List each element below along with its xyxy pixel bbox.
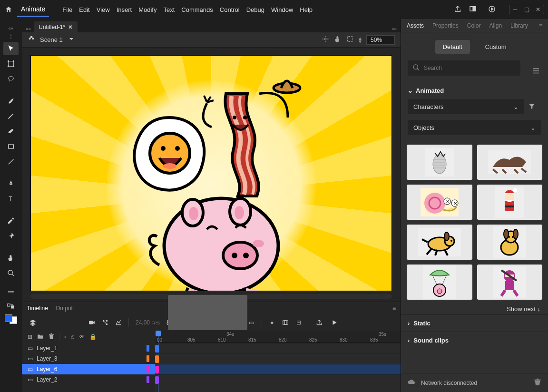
panel-tab-library[interactable]: Library <box>510 22 528 29</box>
layers-menu-icon[interactable] <box>28 317 38 328</box>
close-button[interactable]: ✕ <box>532 5 544 14</box>
assets-search[interactable] <box>408 60 520 76</box>
section-animated[interactable]: ⌄ Animated <box>408 85 541 96</box>
edit-multiple-frames-icon[interactable]: ⊟ <box>294 317 304 328</box>
dropdown-objects[interactable]: Objects ⌄ <box>408 120 541 135</box>
panel-tab-align[interactable]: Align <box>489 22 502 29</box>
delete-asset-icon[interactable] <box>534 378 541 387</box>
menu-debug[interactable]: Debug <box>246 6 264 13</box>
scene-icon[interactable] <box>28 35 35 44</box>
assets-mode-custom[interactable]: Custom <box>478 40 514 54</box>
timeline-ruler[interactable]: 34s 35s 00 805 810 815 820 825 830 835 8… <box>155 331 401 343</box>
tab-output[interactable]: Output <box>56 305 73 312</box>
scene-name[interactable]: Scene 1 <box>40 36 63 43</box>
asset-thumb-dog-sit[interactable] <box>477 225 543 260</box>
track-row[interactable] <box>155 364 401 374</box>
export-icon[interactable] <box>314 317 324 328</box>
layer-name[interactable]: Layer_3 <box>37 355 57 362</box>
menu-commands[interactable]: Commands <box>181 6 213 13</box>
home-icon[interactable] <box>4 5 13 14</box>
tween-icon[interactable]: ● <box>267 317 277 328</box>
menu-help[interactable]: Help <box>300 6 313 13</box>
track-row[interactable] <box>155 353 401 364</box>
menu-edit[interactable]: Edit <box>79 6 89 13</box>
menu-text[interactable]: Text <box>163 6 175 13</box>
new-layer-icon[interactable]: ⊞ <box>28 333 32 340</box>
more-tools-icon[interactable]: ••• <box>3 285 19 299</box>
assets-mode-default[interactable]: Default <box>435 40 470 54</box>
filter-icon[interactable] <box>528 102 536 111</box>
play-preview-icon[interactable] <box>488 5 496 14</box>
track-row[interactable] <box>155 374 401 385</box>
camera-icon[interactable] <box>87 317 97 328</box>
fill-color-swatch[interactable] <box>5 314 12 322</box>
onion-skin-icon[interactable] <box>280 317 291 328</box>
layer-name[interactable]: Layer_6 <box>37 366 57 372</box>
remove-frame-icon[interactable]: ▭ <box>246 317 257 328</box>
rectangle-tool[interactable] <box>3 140 19 153</box>
asset-thumb-santa[interactable] <box>477 185 543 220</box>
timeline-menu-icon[interactable]: ≡ <box>392 305 396 312</box>
document-tab[interactable]: Untitled-1* ✕ <box>34 21 78 32</box>
maximize-button[interactable]: ▢ <box>521 5 532 14</box>
minimize-button[interactable]: ─ <box>509 5 521 14</box>
play-icon[interactable] <box>329 317 340 328</box>
swap-colors-icon[interactable] <box>7 304 15 311</box>
brush-tool[interactable] <box>3 94 19 108</box>
pin-tool[interactable] <box>3 229 19 243</box>
layer-parenting-icon[interactable] <box>100 317 110 328</box>
menu-window[interactable]: Window <box>271 6 293 13</box>
eyedropper-tool[interactable] <box>3 214 19 227</box>
hand-tool[interactable] <box>3 251 19 265</box>
menu-modify[interactable]: Modify <box>138 6 157 13</box>
panel-menu-icon[interactable]: ≡ <box>539 22 542 29</box>
layer-name[interactable]: Layer_2 <box>37 376 57 383</box>
layer-name[interactable]: Layer_1 <box>37 345 57 352</box>
stage-canvas[interactable] <box>30 55 392 291</box>
layer-row[interactable]: ▭ Layer_1 <box>22 343 155 353</box>
stage-horizontal-scrollbar[interactable] <box>30 294 392 299</box>
doc-tabs-expand-right-icon[interactable]: »» <box>391 26 397 31</box>
assets-search-input[interactable] <box>424 65 516 71</box>
pen-tool[interactable] <box>3 177 19 190</box>
graph-icon[interactable] <box>113 317 124 328</box>
panel-tab-assets[interactable]: Assets <box>407 22 424 29</box>
stage-clip-icon[interactable] <box>346 35 354 44</box>
zoom-tool[interactable] <box>3 266 19 280</box>
pencil-tool[interactable] <box>3 109 19 123</box>
track-row[interactable] <box>155 343 401 353</box>
list-view-icon[interactable] <box>530 65 542 77</box>
show-next-button[interactable]: Show next ↓ <box>401 303 548 314</box>
new-folder-icon[interactable] <box>37 333 44 341</box>
close-tab-icon[interactable]: ✕ <box>68 24 73 30</box>
delete-layer-icon[interactable] <box>49 333 54 341</box>
tab-timeline[interactable]: Timeline <box>27 305 48 312</box>
fps-value[interactable]: 24,00 <box>136 319 150 326</box>
menu-insert[interactable]: Insert <box>117 6 132 13</box>
free-transform-tool[interactable] <box>3 57 19 70</box>
zoom-level-input[interactable]: 50% <box>366 35 395 45</box>
asset-thumb-wolf[interactable] <box>477 145 543 180</box>
layer-row[interactable]: ▭ Layer_6 <box>22 364 155 374</box>
timeline-track[interactable]: 34s 35s 00 805 810 815 820 825 830 835 8… <box>155 331 401 392</box>
share-icon[interactable] <box>454 5 461 14</box>
section-static[interactable]: › Static <box>401 314 548 332</box>
doc-tabs-expand-icon[interactable]: «« <box>26 26 31 31</box>
layer-attach-icon[interactable]: ⎋ <box>71 333 74 340</box>
line-tool[interactable] <box>3 155 19 168</box>
asset-thumb-mummy[interactable] <box>407 145 472 180</box>
panel-tab-properties[interactable]: Properties <box>432 22 459 29</box>
asset-thumb-ninja[interactable] <box>477 265 543 300</box>
layer-row[interactable]: ▭ Layer_2 <box>22 374 155 385</box>
layer-highlight-icon[interactable]: ◦ <box>64 333 66 340</box>
dropdown-characters[interactable]: Characters ⌄ <box>408 99 524 114</box>
scene-dropdown-icon[interactable] <box>68 35 75 44</box>
stage-rotate-icon[interactable] <box>334 35 342 44</box>
asset-thumb-parachute-pig[interactable] <box>407 265 472 300</box>
menu-control[interactable]: Control <box>220 6 240 13</box>
toolbar-expand-icon[interactable]: «« <box>8 26 13 31</box>
asset-thumb-snail[interactable]: ✕✕ <box>407 185 472 220</box>
menu-file[interactable]: File <box>62 6 72 13</box>
menu-view[interactable]: View <box>97 6 110 13</box>
toolbar-column-icon[interactable]: ┊ <box>10 34 12 39</box>
